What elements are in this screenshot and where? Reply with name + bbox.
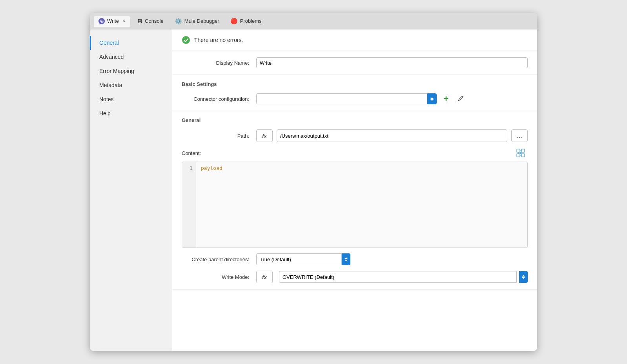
content-editor[interactable]: 1 payload <box>182 162 528 248</box>
write-mode-fx-button[interactable]: fx <box>256 271 273 283</box>
display-name-row: Display Name: <box>182 57 528 68</box>
connector-config-select-wrapper <box>256 93 437 104</box>
sidebar-errormapping-label: Error Mapping <box>99 68 134 74</box>
basic-settings-section: Basic Settings Connector configuration: … <box>172 75 537 111</box>
connector-config-arrows[interactable] <box>427 93 437 104</box>
edit-config-button[interactable] <box>456 93 467 104</box>
tab-mule-debugger[interactable]: ⚙️ Mule Debugger <box>170 15 224 27</box>
code-content[interactable]: payload <box>196 162 527 248</box>
svg-rect-4 <box>521 154 525 157</box>
svg-point-9 <box>520 152 521 154</box>
console-tab-icon: 🖥 <box>137 18 142 24</box>
dots-label: ... <box>517 132 522 139</box>
content-label-row: Content: <box>182 147 528 158</box>
tab-bar: ◎ Write ✕ 🖥 Console ⚙️ Mule Debugger 🔴 P… <box>90 13 537 29</box>
code-keyword-payload: payload <box>201 165 222 171</box>
connector-arrow-down-icon <box>430 99 434 101</box>
general-section-header: General <box>182 117 528 125</box>
display-name-section: Display Name: <box>172 51 537 75</box>
sidebar-general-label: General <box>99 40 119 46</box>
basic-settings-header: Basic Settings <box>182 81 528 89</box>
write-mode-wrapper <box>279 271 528 283</box>
tab-console-label: Console <box>145 18 164 24</box>
main-content: General Advanced Error Mapping Metadata … <box>90 29 537 351</box>
tab-close-button[interactable]: ✕ <box>122 18 126 24</box>
sidebar-item-help[interactable]: Help <box>90 106 172 120</box>
create-parent-dirs-wrapper <box>256 253 350 265</box>
general-section: General Path: fx ... Content: <box>172 111 537 290</box>
tab-debugger-label: Mule Debugger <box>184 18 219 24</box>
svg-point-0 <box>182 36 190 44</box>
sidebar-metadata-label: Metadata <box>99 82 122 88</box>
sidebar-item-error-mapping[interactable]: Error Mapping <box>90 64 172 78</box>
sidebar-notes-label: Notes <box>99 96 114 102</box>
sidebar-advanced-label: Advanced <box>99 54 124 60</box>
write-mode-arrow-up <box>522 275 525 277</box>
main-panel: There are no errors. Display Name: Basic… <box>172 29 537 351</box>
write-mode-fx-label: fx <box>262 274 267 280</box>
write-mode-input[interactable] <box>279 271 517 283</box>
connector-config-label: Connector configuration: <box>182 96 252 102</box>
path-browse-button[interactable]: ... <box>511 129 528 142</box>
path-label: Path: <box>182 133 252 139</box>
success-icon <box>182 36 190 44</box>
tab-write-label: Write <box>107 18 119 24</box>
sidebar: General Advanced Error Mapping Metadata … <box>90 29 172 351</box>
display-name-input[interactable] <box>256 57 528 68</box>
create-parent-dirs-row: Create parent directories: <box>182 253 528 265</box>
create-parent-dirs-arrow-up <box>344 257 348 259</box>
write-mode-arrows[interactable] <box>519 271 528 283</box>
path-fx-label: fx <box>262 133 267 139</box>
write-tab-icon: ◎ <box>98 18 105 24</box>
sidebar-item-general[interactable]: General <box>90 36 172 50</box>
sidebar-item-notes[interactable]: Notes <box>90 92 172 106</box>
mesh-icon <box>516 148 525 158</box>
connector-arrow-up-icon <box>430 97 434 99</box>
tab-problems[interactable]: 🔴 Problems <box>226 15 266 27</box>
problems-tab-icon: 🔴 <box>230 18 238 25</box>
sidebar-item-metadata[interactable]: Metadata <box>90 78 172 92</box>
create-parent-dirs-arrow-down <box>344 260 348 261</box>
svg-rect-2 <box>521 149 525 152</box>
content-mesh-button[interactable] <box>515 147 526 158</box>
path-fx-button[interactable]: fx <box>256 129 273 142</box>
write-mode-row: Write Mode: fx <box>182 271 528 283</box>
line-numbers: 1 <box>182 162 196 248</box>
connector-config-row: Connector configuration: + <box>182 93 528 104</box>
create-parent-dirs-input[interactable] <box>256 253 342 265</box>
create-parent-dirs-arrows[interactable] <box>342 253 350 265</box>
line-number-1: 1 <box>185 165 193 171</box>
status-bar: There are no errors. <box>172 29 537 51</box>
svg-rect-1 <box>517 149 520 152</box>
main-window: ◎ Write ✕ 🖥 Console ⚙️ Mule Debugger 🔴 P… <box>90 13 537 351</box>
content-label: Content: <box>182 150 252 156</box>
edit-icon <box>457 95 465 102</box>
create-parent-dirs-label: Create parent directories: <box>182 257 252 262</box>
plus-icon: + <box>444 94 449 104</box>
connector-config-input[interactable] <box>256 93 427 104</box>
svg-rect-3 <box>517 154 520 157</box>
write-mode-arrow-down <box>522 277 525 279</box>
display-name-label: Display Name: <box>182 60 252 66</box>
status-text: There are no errors. <box>194 37 243 43</box>
tab-console[interactable]: 🖥 Console <box>132 15 168 27</box>
tab-write[interactable]: ◎ Write ✕ <box>94 16 130 27</box>
debugger-tab-icon: ⚙️ <box>175 18 182 25</box>
content-section: Content: <box>182 147 528 248</box>
path-input[interactable] <box>277 129 507 142</box>
sidebar-item-advanced[interactable]: Advanced <box>90 50 172 64</box>
sidebar-help-label: Help <box>99 110 111 116</box>
tab-problems-label: Problems <box>240 18 262 24</box>
write-mode-label: Write Mode: <box>182 274 252 280</box>
add-config-button[interactable]: + <box>441 93 452 104</box>
path-row: Path: fx ... <box>182 129 528 142</box>
